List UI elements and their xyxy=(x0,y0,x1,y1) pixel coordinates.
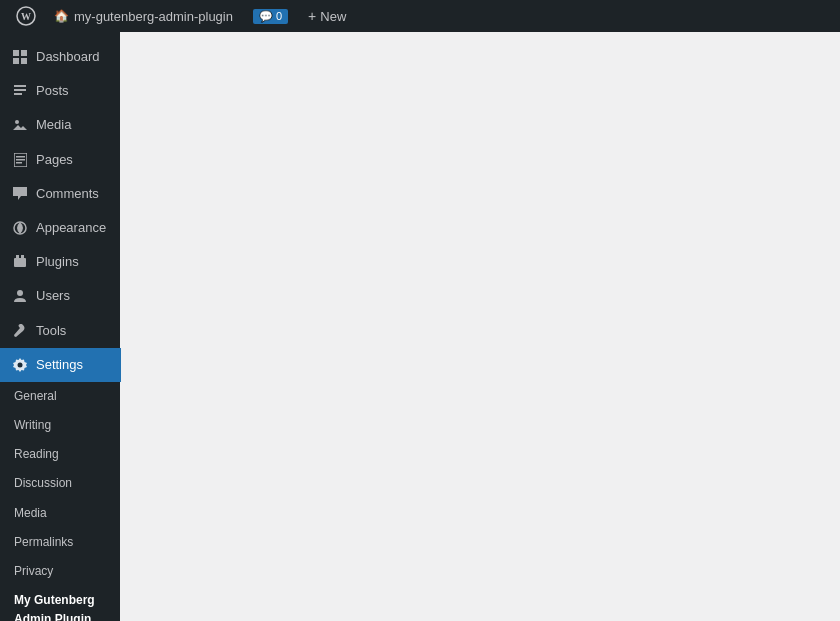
media-sub-label: Media xyxy=(14,506,47,520)
site-name-item[interactable]: 🏠 my-gutenberg-admin-plugin xyxy=(44,0,243,32)
wp-wrap: Dashboard Posts Media Pages Comments xyxy=(0,0,840,621)
submenu-media[interactable]: Media xyxy=(0,499,120,528)
svg-rect-13 xyxy=(16,162,22,164)
media-icon xyxy=(12,117,28,133)
reading-label: Reading xyxy=(14,447,59,461)
submenu-permalinks[interactable]: Permalinks xyxy=(0,528,120,557)
settings-icon xyxy=(12,357,28,373)
posts-label: Posts xyxy=(36,82,69,100)
comments-item[interactable]: 💬 0 xyxy=(243,0,298,32)
svg-point-21 xyxy=(18,362,23,367)
sidebar-item-appearance[interactable]: Appearance xyxy=(0,211,120,245)
sidebar-item-plugins[interactable]: Plugins xyxy=(0,245,120,279)
appearance-icon xyxy=(12,220,28,236)
settings-submenu: General Writing Reading Discussion Media… xyxy=(0,382,120,621)
site-name: my-gutenberg-admin-plugin xyxy=(74,9,233,24)
admin-bar: W 🏠 my-gutenberg-admin-plugin 💬 0 + New xyxy=(0,0,840,32)
plugins-label: Plugins xyxy=(36,253,79,271)
comments-nav-icon xyxy=(12,186,28,202)
comments-bubble: 💬 0 xyxy=(253,9,288,24)
svg-rect-8 xyxy=(14,93,22,95)
users-label: Users xyxy=(36,287,70,305)
submenu-privacy[interactable]: Privacy xyxy=(0,557,120,586)
main-content xyxy=(120,32,840,621)
my-gutenberg-label: My Gutenberg Admin Plugin xyxy=(14,593,95,621)
sidebar-item-posts[interactable]: Posts xyxy=(0,74,120,108)
submenu-general[interactable]: General xyxy=(0,382,120,411)
comments-count: 0 xyxy=(276,10,282,22)
new-content-item[interactable]: + New xyxy=(298,0,356,32)
writing-label: Writing xyxy=(14,418,51,432)
svg-rect-12 xyxy=(16,159,25,161)
svg-rect-4 xyxy=(13,58,19,64)
plus-icon: + xyxy=(308,8,316,24)
users-icon xyxy=(12,288,28,304)
svg-point-9 xyxy=(15,120,19,124)
pages-icon xyxy=(12,152,28,168)
wp-logo[interactable]: W xyxy=(8,0,44,32)
svg-point-19 xyxy=(17,290,23,296)
svg-rect-7 xyxy=(14,89,26,91)
dashboard-icon xyxy=(12,49,28,65)
submenu-reading[interactable]: Reading xyxy=(0,440,120,469)
tools-icon xyxy=(12,323,28,339)
tools-label: Tools xyxy=(36,322,66,340)
sidebar-item-users[interactable]: Users xyxy=(0,279,120,313)
general-label: General xyxy=(14,389,57,403)
permalinks-label: Permalinks xyxy=(14,535,73,549)
submenu-my-gutenberg[interactable]: My Gutenberg Admin Plugin xyxy=(0,586,120,621)
sidebar-item-pages[interactable]: Pages xyxy=(0,143,120,177)
posts-icon xyxy=(12,83,28,99)
new-label: New xyxy=(320,9,346,24)
sidebar-item-dashboard[interactable]: Dashboard xyxy=(0,40,120,74)
sidebar-item-settings[interactable]: Settings xyxy=(0,348,120,382)
svg-text:W: W xyxy=(21,11,31,22)
home-icon: 🏠 xyxy=(54,9,69,23)
wp-logo-icon: W xyxy=(16,6,36,26)
discussion-label: Discussion xyxy=(14,476,72,490)
pages-label: Pages xyxy=(36,151,73,169)
svg-rect-6 xyxy=(14,85,26,87)
settings-label: Settings xyxy=(36,356,83,374)
dashboard-label: Dashboard xyxy=(36,48,100,66)
comments-label: Comments xyxy=(36,185,99,203)
plugins-icon xyxy=(12,254,28,270)
svg-rect-5 xyxy=(21,58,27,64)
svg-rect-3 xyxy=(21,50,27,56)
sidebar-item-tools[interactable]: Tools xyxy=(0,314,120,348)
sidebar-item-comments[interactable]: Comments xyxy=(0,177,120,211)
svg-rect-2 xyxy=(13,50,19,56)
submenu-discussion[interactable]: Discussion xyxy=(0,469,120,498)
media-label: Media xyxy=(36,116,71,134)
submenu-writing[interactable]: Writing xyxy=(0,411,120,440)
sidebar-item-media[interactable]: Media xyxy=(0,108,120,142)
comments-icon: 💬 xyxy=(259,10,273,23)
privacy-label: Privacy xyxy=(14,564,53,578)
appearance-label: Appearance xyxy=(36,219,106,237)
svg-rect-11 xyxy=(16,156,25,158)
svg-rect-18 xyxy=(17,262,23,264)
admin-menu: Dashboard Posts Media Pages Comments xyxy=(0,32,120,621)
